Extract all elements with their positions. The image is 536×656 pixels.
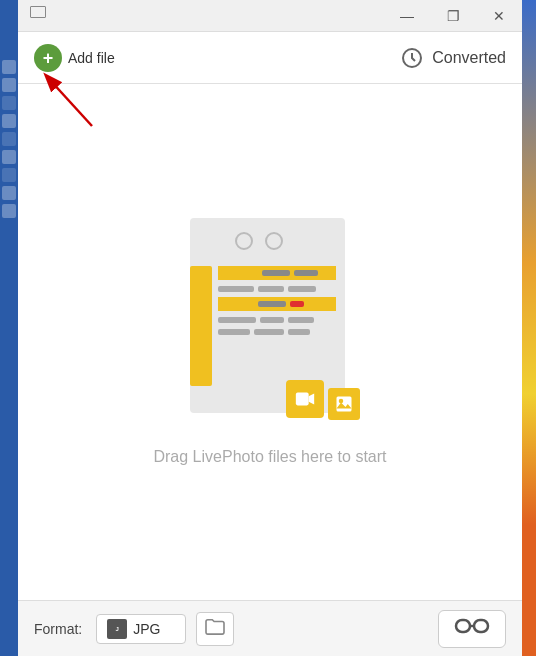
taskbar-icon-4 xyxy=(2,114,16,128)
row3-bar1 xyxy=(220,301,254,307)
taskbar-icon-7 xyxy=(2,168,16,182)
title-bar: — ❐ ✕ xyxy=(18,0,522,32)
doc-circle-2 xyxy=(265,232,283,250)
taskbar-icon-6 xyxy=(2,150,16,164)
row2-bar3 xyxy=(288,286,316,292)
svg-rect-8 xyxy=(456,620,470,632)
drop-text: Drag LivePhoto files here to start xyxy=(153,448,386,466)
livephoto-icons xyxy=(286,380,360,418)
format-value: JPG xyxy=(133,621,160,637)
taskbar-icon-9 xyxy=(2,204,16,218)
row2-bar1 xyxy=(218,286,254,292)
desktop-right-bar xyxy=(522,0,536,656)
bottom-bar: Format: J JPG xyxy=(18,600,522,656)
svg-marker-4 xyxy=(309,394,315,405)
minimize-button[interactable]: — xyxy=(384,0,430,32)
row1-bar3 xyxy=(294,270,318,276)
convert-icon xyxy=(454,612,490,646)
close-icon: ✕ xyxy=(493,8,505,24)
close-button[interactable]: ✕ xyxy=(476,0,522,32)
app-menu-icon xyxy=(30,6,46,18)
taskbar-icon-8 xyxy=(2,186,16,200)
row3-bar2 xyxy=(258,301,286,307)
doc-row-4 xyxy=(218,317,336,323)
folder-icon xyxy=(204,617,226,640)
svg-rect-9 xyxy=(474,620,488,632)
taskbar-icon-3 xyxy=(2,96,16,110)
svg-rect-3 xyxy=(296,393,309,406)
row2-bar2 xyxy=(258,286,284,292)
doc-circle-1 xyxy=(235,232,253,250)
add-file-button[interactable]: + Add file xyxy=(34,44,115,72)
row1-bar1 xyxy=(220,270,258,276)
row3-bar3 xyxy=(290,301,304,307)
doc-row-3 xyxy=(218,297,336,311)
doc-rows xyxy=(218,266,336,340)
livephoto-image-icon xyxy=(328,388,360,420)
svg-rect-5 xyxy=(337,397,352,412)
clock-icon xyxy=(400,46,424,70)
main-content: Drag LivePhoto files here to start xyxy=(18,84,522,600)
desktop-icons xyxy=(0,0,18,656)
converted-status: Converted xyxy=(400,46,506,70)
drop-illustration xyxy=(180,218,360,428)
row4-bar3 xyxy=(288,317,314,323)
row5-bar3 xyxy=(288,329,310,335)
maximize-button[interactable]: ❐ xyxy=(430,0,476,32)
app-window: — ❐ ✕ + Add file xyxy=(18,0,522,656)
format-selector[interactable]: J JPG xyxy=(96,614,186,644)
folder-button[interactable] xyxy=(196,612,234,646)
add-file-label: Add file xyxy=(68,50,115,66)
row1-bar2 xyxy=(262,270,290,276)
title-bar-controls: — ❐ ✕ xyxy=(384,0,522,31)
doc-row-5 xyxy=(218,329,336,335)
doc-row-2 xyxy=(218,286,336,292)
row4-bar1 xyxy=(218,317,256,323)
taskbar-icon-2 xyxy=(2,78,16,92)
doc-row-1 xyxy=(218,266,336,280)
doc-sidebar xyxy=(190,266,212,386)
toolbar: + Add file Converted xyxy=(18,32,522,84)
row5-bar1 xyxy=(218,329,250,335)
taskbar-icon-5 xyxy=(2,132,16,146)
maximize-icon: ❐ xyxy=(447,8,460,24)
row4-bar2 xyxy=(260,317,284,323)
converted-label: Converted xyxy=(432,49,506,67)
minimize-icon: — xyxy=(400,8,414,24)
row5-bar2 xyxy=(254,329,284,335)
livephoto-video-icon xyxy=(286,380,324,418)
taskbar-icon-1 xyxy=(2,60,16,74)
doc-circles xyxy=(235,232,283,250)
add-file-icon: + xyxy=(34,44,62,72)
format-label: Format: xyxy=(34,621,82,637)
convert-button[interactable] xyxy=(438,610,506,648)
jpg-format-icon: J xyxy=(107,619,127,639)
